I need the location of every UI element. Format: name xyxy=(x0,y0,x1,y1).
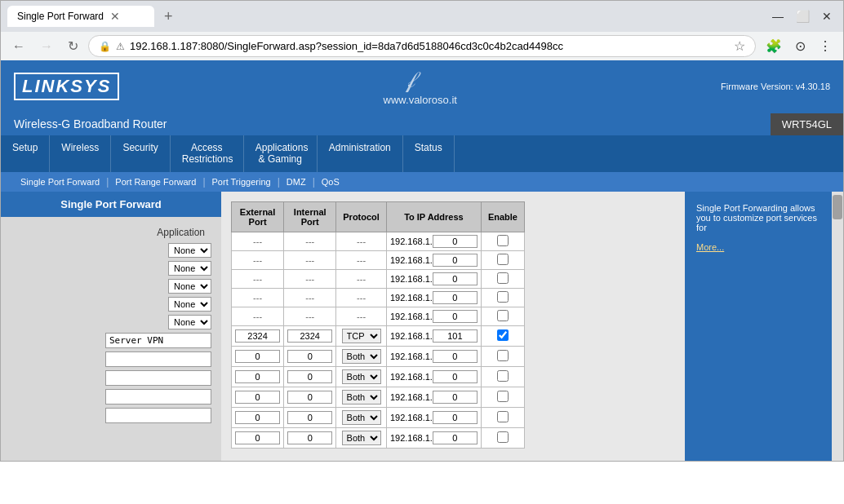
ext-port-cell xyxy=(232,387,284,407)
ext-port-cell: --- xyxy=(232,250,284,269)
tab-applications-gaming[interactable]: Applications & Gaming xyxy=(244,135,318,172)
enable-checkbox[interactable] xyxy=(497,235,509,246)
ip-last-input[interactable] xyxy=(433,310,478,323)
restore-button[interactable]: ⬜ xyxy=(793,7,812,26)
menu-button[interactable]: ⋮ xyxy=(814,37,837,55)
app-text-input-4[interactable] xyxy=(105,408,211,423)
app-text-input-1[interactable] xyxy=(105,351,211,367)
protocol-select[interactable]: TCPUDPBoth xyxy=(342,431,381,445)
ext-port-input[interactable] xyxy=(235,391,280,404)
extensions-button[interactable]: 🧩 xyxy=(761,37,787,55)
enable-checkbox[interactable] xyxy=(497,272,509,284)
sidebar: Single Port Forward Application None Non… xyxy=(1,192,221,461)
address-bar[interactable]: 🔒 ⚠ ☆ xyxy=(88,35,756,57)
sidebar-header: Single Port Forward xyxy=(1,192,221,217)
profile-button[interactable]: ⊙ xyxy=(790,37,811,55)
proto-cell: TCPUDPBoth xyxy=(336,366,387,387)
tab-status[interactable]: Status xyxy=(403,135,455,172)
enable-checkbox[interactable] xyxy=(497,329,509,341)
app-select-0[interactable]: None xyxy=(168,243,211,258)
forward-button[interactable]: → xyxy=(35,38,58,55)
protocol-select[interactable]: TCPUDPBoth xyxy=(342,369,381,384)
ip-last-input[interactable] xyxy=(433,254,478,267)
ip-cell: 192.168.1. xyxy=(386,288,481,307)
subnav-port-range-forward[interactable]: Port Range Forward xyxy=(109,174,202,190)
tab-security[interactable]: Security xyxy=(111,135,170,172)
close-button[interactable]: ✕ xyxy=(817,7,837,26)
enable-checkbox[interactable] xyxy=(497,370,509,382)
int-port-input[interactable] xyxy=(287,431,332,444)
ext-port-input[interactable] xyxy=(235,329,280,343)
application-label: Application xyxy=(11,227,211,238)
subnav-qos[interactable]: QoS xyxy=(315,174,346,190)
ip-last-input[interactable] xyxy=(433,291,478,304)
router-ui: LINKSYS 𝒻 www.valoroso.it Firmware Versi… xyxy=(1,60,843,461)
protocol-select[interactable]: TCPUDPBoth xyxy=(342,329,381,343)
enable-checkbox[interactable] xyxy=(497,431,509,443)
subnav-single-port-forward[interactable]: Single Port Forward xyxy=(14,174,106,190)
enable-checkbox[interactable] xyxy=(497,391,509,402)
app-select-3[interactable]: None xyxy=(168,297,211,312)
ext-port-cell xyxy=(232,325,284,346)
ext-port-input[interactable] xyxy=(235,350,280,363)
url-input[interactable] xyxy=(130,40,729,52)
ext-port-cell xyxy=(232,407,284,427)
protocol-select[interactable]: TCPUDPBoth xyxy=(342,410,381,425)
ext-port-input[interactable] xyxy=(235,431,280,444)
app-select-2[interactable]: None xyxy=(168,279,211,294)
table-row: --- --- --- 192.168.1. xyxy=(232,232,525,250)
ip-last-input[interactable] xyxy=(433,370,478,383)
help-more-link[interactable]: More... xyxy=(696,242,724,252)
tab-close-button[interactable]: ✕ xyxy=(110,10,120,23)
enable-checkbox[interactable] xyxy=(497,254,509,265)
subnav-dmz[interactable]: DMZ xyxy=(280,174,313,190)
app-text-input-3[interactable] xyxy=(105,389,211,405)
linksys-logo: LINKSYS xyxy=(14,73,119,100)
table-row: --- --- --- 192.168.1. xyxy=(232,269,525,288)
ext-port-input[interactable] xyxy=(235,411,280,424)
tab-setup[interactable]: Setup xyxy=(1,135,50,172)
int-port-input[interactable] xyxy=(287,370,332,383)
browser-toolbar-right: 🧩 ⊙ ⋮ xyxy=(761,37,837,55)
int-port-input[interactable] xyxy=(287,329,332,343)
ip-last-input[interactable] xyxy=(433,431,478,444)
int-port-input[interactable] xyxy=(287,391,332,404)
minimize-button[interactable]: — xyxy=(768,7,788,26)
ip-cell: 192.168.1. xyxy=(386,307,481,325)
bookmark-button[interactable]: ☆ xyxy=(734,38,745,54)
enable-checkbox[interactable] xyxy=(497,411,509,422)
enable-checkbox[interactable] xyxy=(497,350,509,361)
tab-administration[interactable]: Administration xyxy=(318,135,403,172)
ip-last-input[interactable] xyxy=(433,235,478,248)
ext-port-input[interactable] xyxy=(235,370,280,383)
enable-checkbox[interactable] xyxy=(497,310,509,321)
app-select-1[interactable]: None xyxy=(168,261,211,276)
protocol-select[interactable]: TCPUDPBoth xyxy=(342,349,381,364)
int-port-input[interactable] xyxy=(287,411,332,424)
browser-tab[interactable]: Single Port Forward ✕ xyxy=(7,6,154,27)
ip-last-input[interactable] xyxy=(433,272,478,285)
enable-checkbox[interactable] xyxy=(497,291,509,303)
ext-port-cell: --- xyxy=(232,288,284,307)
subnav-port-triggering[interactable]: Port Triggering xyxy=(206,174,278,190)
ip-last-input[interactable] xyxy=(433,411,478,424)
ip-cell: 192.168.1. xyxy=(386,346,481,366)
table-row: TCPUDPBoth 192.168.1. xyxy=(232,427,525,448)
back-button[interactable]: ← xyxy=(7,38,30,55)
ext-port-cell xyxy=(232,346,284,366)
ip-last-input[interactable] xyxy=(433,329,478,343)
proto-cell: TCPUDPBoth xyxy=(336,346,387,366)
scroll-thumb[interactable] xyxy=(833,195,842,219)
refresh-button[interactable]: ↻ xyxy=(63,37,83,55)
app-text-input-0[interactable] xyxy=(105,333,211,348)
tab-access-restrictions[interactable]: Access Restrictions xyxy=(171,135,244,172)
ip-last-input[interactable] xyxy=(433,391,478,404)
app-select-4[interactable]: None xyxy=(168,315,211,329)
ip-last-input[interactable] xyxy=(433,350,478,363)
tab-wireless[interactable]: Wireless xyxy=(50,135,111,172)
app-text-input-2[interactable] xyxy=(105,370,211,386)
protocol-select[interactable]: TCPUDPBoth xyxy=(342,390,381,405)
int-port-input[interactable] xyxy=(287,350,332,363)
scrollbar[interactable] xyxy=(832,192,843,461)
new-tab-button[interactable]: + xyxy=(158,7,180,27)
